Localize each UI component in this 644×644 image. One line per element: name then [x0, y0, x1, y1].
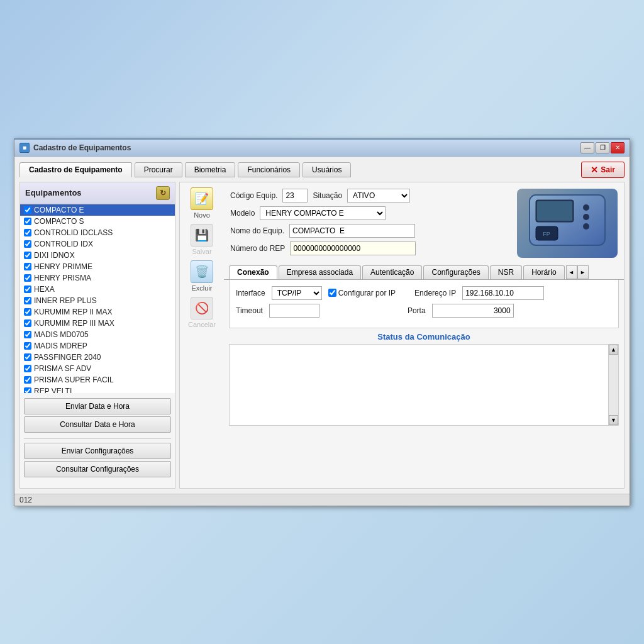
endereco-label: Endereço IP	[414, 289, 456, 297]
timeout-input[interactable]	[269, 304, 319, 318]
item-checkbox-15[interactable]	[24, 376, 31, 384]
nome-input[interactable]	[289, 224, 415, 238]
item-label: CONTROLID IDCLASS	[34, 228, 113, 237]
salvar-icon: 💾	[191, 224, 213, 247]
item-checkbox-8[interactable]	[24, 297, 31, 304]
enviar-data-button[interactable]: Enviar Data e Hora	[24, 398, 171, 414]
list-item[interactable]: CONTROLID IDCLASS	[20, 227, 175, 238]
modelo-label: Modelo	[230, 209, 255, 218]
item-checkbox-1[interactable]	[24, 218, 31, 225]
novo-button[interactable]: 📝 Novo	[183, 187, 221, 219]
tab-configuracoes[interactable]: Configurações	[423, 265, 488, 279]
list-item[interactable]: PRISMA SF ADV	[20, 363, 175, 374]
tab-usuarios[interactable]: Usuários	[303, 162, 351, 177]
porta-input[interactable]	[432, 304, 514, 318]
list-item[interactable]: INNER REP PLUS	[20, 295, 175, 306]
list-item[interactable]: MADIS MDREP	[20, 340, 175, 352]
item-checkbox-4[interactable]	[24, 252, 31, 259]
item-checkbox-7[interactable]	[24, 286, 31, 293]
novo-label: Novo	[194, 211, 210, 219]
minimize-button[interactable]: —	[580, 142, 594, 153]
modelo-select[interactable]: HENRY COMPACTO E	[260, 206, 386, 220]
list-item[interactable]: MADIS MD0705	[20, 329, 175, 340]
form-section: Código Equip. Situação ATIVO INATIVO	[224, 182, 624, 430]
device-svg: FP	[517, 189, 618, 258]
configurar-ip-checkbox[interactable]	[328, 289, 336, 297]
item-checkbox-2[interactable]	[24, 229, 31, 236]
restore-button[interactable]: ❐	[596, 142, 609, 153]
tab-cadastro[interactable]: Cadastro de Equipamento	[19, 162, 132, 177]
item-checkbox-10[interactable]	[24, 319, 31, 327]
item-label: DIXI IDNOX	[34, 251, 75, 260]
list-item[interactable]: CONTROLID IDX	[20, 238, 175, 250]
tab-conexao[interactable]: Conexão	[229, 265, 277, 279]
equipment-list[interactable]: COMPACTO E COMPACTO S CONTROLID IDCLASS …	[20, 204, 175, 393]
svg-point-3	[583, 204, 589, 211]
tab-arrow-right[interactable]: ►	[577, 265, 589, 279]
list-item[interactable]: HENRY PRISMA	[20, 272, 175, 284]
interface-label: Interface	[236, 289, 265, 297]
situacao-label: Situação	[313, 191, 342, 200]
main-row: Equipamentos ↻ COMPACTO E COMPACTO S CON…	[19, 182, 625, 489]
item-checkbox-12[interactable]	[24, 342, 31, 350]
situacao-select[interactable]: ATIVO INATIVO	[347, 189, 410, 203]
tab-procurar[interactable]: Procurar	[135, 162, 182, 177]
nome-label: Nome do Equip.	[230, 226, 284, 235]
endereco-input[interactable]	[462, 286, 544, 300]
list-item[interactable]: KURUMIM REP II MAX	[20, 306, 175, 318]
item-checkbox-16[interactable]	[24, 387, 31, 393]
enviar-config-button[interactable]: Enviar Configurações	[24, 443, 171, 459]
tab-horario[interactable]: Horário	[523, 265, 564, 279]
scroll-up-btn[interactable]: ▲	[609, 345, 618, 355]
consultar-config-button[interactable]: Consultar Configurações	[24, 461, 171, 477]
item-checkbox-14[interactable]	[24, 365, 31, 372]
list-item[interactable]: DIXI IDNOX	[20, 250, 175, 261]
list-item[interactable]: HENRY PRIMME	[20, 261, 175, 272]
svg-point-4	[583, 214, 589, 220]
close-button[interactable]: ✕	[611, 142, 625, 153]
item-checkbox-5[interactable]	[24, 263, 31, 270]
excluir-button[interactable]: 🗑️ Excluir	[183, 260, 221, 292]
item-label: HENRY PRISMA	[34, 274, 91, 282]
status-box: ▲ ▼	[229, 344, 619, 426]
interface-row: Interface TCP/IP Serial USB Configurar p…	[236, 286, 612, 300]
main-window: ■ Cadastro de Equipamentos — ❐ ✕ Cadastr…	[14, 138, 630, 506]
sair-button[interactable]: ✕ Sair	[581, 162, 625, 178]
consultar-data-button[interactable]: Consultar Data e Hora	[24, 416, 171, 433]
status-bar: 012	[14, 494, 630, 506]
list-item[interactable]: COMPACTO S	[20, 216, 175, 227]
list-item[interactable]: KURUMIM REP III MAX	[20, 318, 175, 329]
codigo-input[interactable]	[282, 189, 308, 203]
interface-select[interactable]: TCP/IP Serial USB	[272, 286, 322, 300]
tab-funcionarios[interactable]: Funcionários	[238, 162, 300, 177]
data-hora-group: Enviar Data e Hora Consultar Data e Hora	[24, 398, 171, 435]
list-item[interactable]: REP VELTI	[20, 386, 175, 393]
item-checkbox-11[interactable]	[24, 331, 31, 338]
tab-biometria[interactable]: Biometria	[185, 162, 236, 177]
numero-input[interactable]	[290, 242, 416, 255]
codigo-label: Código Equip.	[230, 191, 277, 200]
svg-text:FP: FP	[543, 231, 550, 237]
cancelar-label: Cancelar	[188, 321, 216, 328]
item-checkbox-6[interactable]	[24, 274, 31, 282]
list-item[interactable]: PRISMA SUPER FACIL	[20, 374, 175, 386]
list-item[interactable]: COMPACTO E	[20, 204, 175, 216]
salvar-label: Salvar	[192, 248, 211, 255]
timeout-label: Timeout	[236, 306, 263, 315]
tab-empresa[interactable]: Empresa associada	[279, 265, 361, 279]
novo-icon: 📝	[191, 187, 213, 210]
refresh-icon[interactable]: ↻	[156, 186, 170, 200]
tab-autenticacao[interactable]: Autenticação	[362, 265, 422, 279]
tab-nsr[interactable]: NSR	[490, 265, 522, 279]
item-checkbox-0[interactable]	[24, 206, 31, 214]
divider	[24, 438, 171, 439]
list-item[interactable]: PASSFINGER 2040	[20, 352, 175, 363]
tab-arrow-left[interactable]: ◄	[566, 265, 577, 279]
item-checkbox-3[interactable]	[24, 240, 31, 248]
numero-label: Número do REP	[230, 244, 285, 253]
list-item[interactable]: HEXA	[20, 284, 175, 295]
item-checkbox-13[interactable]	[24, 353, 31, 361]
scroll-down-btn[interactable]: ▼	[609, 415, 618, 425]
scrollbar-v[interactable]: ▲ ▼	[608, 345, 618, 425]
item-checkbox-9[interactable]	[24, 308, 31, 316]
